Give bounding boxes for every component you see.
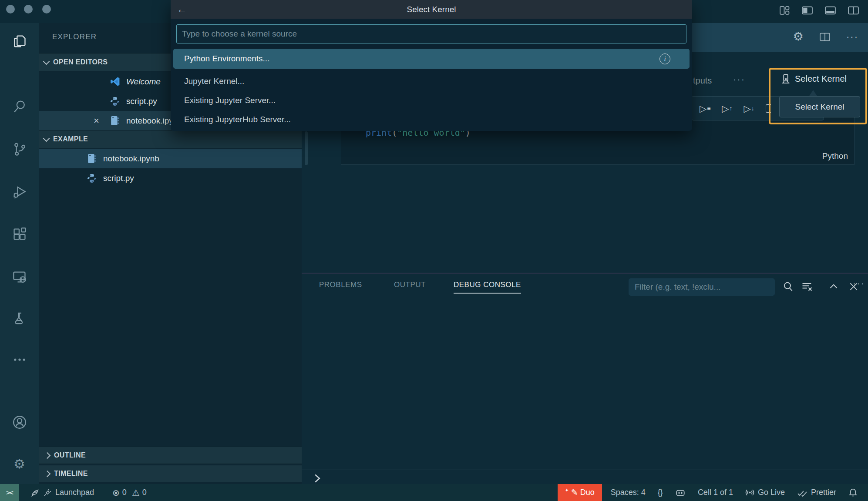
kernel-option-label: Python Environments...	[184, 54, 269, 63]
toggle-primary-sidebar-icon[interactable]	[801, 6, 813, 15]
broadcast-icon	[745, 488, 754, 497]
explorer-icon[interactable]	[0, 32, 39, 51]
python-icon	[87, 173, 97, 184]
status-bar: >< Launchpad ⊗ 0 ⚠ 0 ✦ ✎ Duo Spaces: 4 {…	[0, 484, 868, 501]
accounts-icon[interactable]	[0, 413, 39, 432]
cell-language-picker[interactable]: Python	[822, 151, 848, 161]
more-actions-icon[interactable]: ···	[846, 31, 858, 43]
kernel-source-input[interactable]	[176, 24, 686, 43]
launchpad-label: Launchpad	[55, 488, 94, 497]
debug-filter-input[interactable]	[629, 278, 775, 296]
sparkle-icon: ✦	[565, 488, 569, 493]
notebook-icon	[110, 115, 120, 126]
select-kernel-tooltip: Select Kernel	[779, 96, 860, 117]
close-window-button[interactable]	[6, 5, 15, 13]
status-bar-right: ✦ ✎ Duo Spaces: 4 {} Cell 1 of 1 Go Live…	[558, 484, 864, 501]
error-count: 0	[122, 488, 127, 497]
open-editor-label: Welcome	[126, 77, 161, 87]
split-editor-icon[interactable]	[819, 32, 831, 42]
braces-indicator[interactable]: {}	[652, 484, 669, 501]
customize-layout-icon[interactable]	[779, 6, 790, 15]
dialog-title: Select Kernel	[171, 5, 692, 14]
search-icon[interactable]	[0, 97, 39, 116]
tooltip-arrow	[809, 90, 818, 97]
select-kernel-button[interactable]: Select Kernel	[780, 71, 847, 87]
notifications-bell-icon[interactable]	[842, 484, 864, 501]
vscode-window: ⚙ EXPLORER OPEN EDITORS Welcome script.p…	[0, 0, 868, 501]
file-item-script[interactable]: script.py	[39, 168, 302, 188]
kernel-option-label: Existing Jupyter Server...	[184, 96, 276, 105]
debug-input-separator	[302, 470, 868, 470]
debug-prompt-icon[interactable]	[313, 473, 322, 484]
tab-debug-console[interactable]: DEBUG CONSOLE	[454, 281, 521, 289]
outputs-button-partial[interactable]: tputs	[693, 76, 712, 86]
kernel-option-label: Existing JupyterHub Server...	[184, 115, 291, 124]
select-kernel-label: Select Kernel	[795, 74, 847, 84]
execute-below-icon[interactable]: ▷↓	[744, 104, 754, 113]
plug-icon	[44, 488, 52, 497]
file-item-notebook[interactable]: notebook.ipynb	[39, 149, 302, 168]
spaces-indicator[interactable]: Spaces: 4	[605, 484, 652, 501]
dialog-title-bar: Select Kernel ←	[171, 0, 692, 19]
toggle-panel-icon[interactable]	[824, 6, 836, 15]
more-views-icon[interactable]	[0, 350, 39, 369]
clear-console-icon[interactable]	[801, 281, 813, 292]
chevron-right-icon	[44, 452, 51, 459]
kernel-icon	[780, 73, 791, 84]
kernel-option-existing-jupyterhub-server[interactable]: Existing JupyterHub Server...	[173, 110, 690, 129]
close-panel-icon[interactable]	[848, 281, 859, 292]
close-editor-icon[interactable]: ×	[94, 116, 99, 126]
bottom-panel: PROBLEMS OUTPUT DEBUG CONSOLE ···	[302, 273, 868, 484]
zoom-window-button[interactable]	[42, 5, 51, 13]
clipped-toolbar-icon[interactable]	[766, 104, 771, 113]
toggle-secondary-sidebar-icon[interactable]	[848, 6, 859, 15]
go-live-item[interactable]: Go Live	[739, 484, 791, 501]
duo-pencil-icon: ✎	[571, 488, 578, 497]
kernel-option-jupyter-kernel[interactable]: Jupyter Kernel...	[173, 72, 690, 90]
timeline-label: TIMELINE	[54, 470, 88, 478]
kernel-option-python-environments[interactable]: Python Environments... i	[173, 49, 690, 69]
filter-search-icon[interactable]	[782, 281, 794, 292]
execute-above-icon[interactable]: ▷↑	[722, 104, 732, 113]
chevron-right-icon	[44, 470, 51, 477]
info-icon[interactable]: i	[659, 53, 670, 64]
gear-icon[interactable]: ⚙	[793, 31, 804, 43]
outline-label: OUTLINE	[54, 451, 86, 459]
collapse-panel-icon[interactable]	[828, 281, 839, 292]
execute-cell-icon[interactable]: ▷≡	[700, 104, 710, 113]
problems-item[interactable]: ⊗ 0 ⚠ 0	[106, 484, 153, 501]
prettier-item[interactable]: Prettier	[791, 484, 842, 501]
notebook-scrollbar[interactable]	[305, 131, 308, 165]
remote-explorer-icon[interactable]	[0, 267, 39, 287]
error-icon: ⊗	[112, 488, 120, 497]
notebook-more-actions-icon[interactable]: ···	[733, 74, 745, 85]
run-and-debug-icon[interactable]	[0, 182, 39, 201]
tab-output[interactable]: OUTPUT	[394, 281, 426, 289]
testing-icon[interactable]	[0, 309, 39, 328]
launchpad-item[interactable]: Launchpad	[24, 484, 100, 501]
tab-problems[interactable]: PROBLEMS	[319, 281, 362, 289]
prettier-label: Prettier	[811, 488, 836, 497]
copilot-robot-icon[interactable]	[669, 484, 692, 501]
duo-badge[interactable]: ✦ ✎ Duo	[558, 484, 602, 501]
cell-indicator[interactable]: Cell 1 of 1	[692, 484, 739, 501]
open-editor-label: script.py	[126, 97, 157, 106]
settings-gear-icon[interactable]: ⚙	[0, 454, 39, 474]
double-check-icon	[797, 488, 807, 497]
timeline-section-header[interactable]: TIMELINE	[39, 465, 302, 482]
file-item-label: notebook.ipynb	[103, 154, 159, 164]
chevron-down-icon	[43, 135, 50, 142]
example-section-header[interactable]: EXAMPLE	[39, 130, 302, 148]
kernel-option-existing-jupyter-server[interactable]: Existing Jupyter Server...	[173, 91, 690, 110]
warning-icon: ⚠	[132, 488, 140, 497]
chevron-down-icon	[43, 58, 50, 65]
minimize-window-button[interactable]	[24, 5, 33, 13]
example-section-label: EXAMPLE	[53, 135, 88, 143]
outline-section-header[interactable]: OUTLINE	[39, 447, 302, 464]
vscode-logo-icon	[110, 76, 121, 87]
python-icon	[110, 96, 120, 107]
extensions-icon[interactable]	[0, 225, 39, 244]
source-control-icon[interactable]	[0, 140, 39, 159]
notebook-icon	[87, 153, 97, 164]
remote-indicator[interactable]: ><	[0, 484, 19, 501]
